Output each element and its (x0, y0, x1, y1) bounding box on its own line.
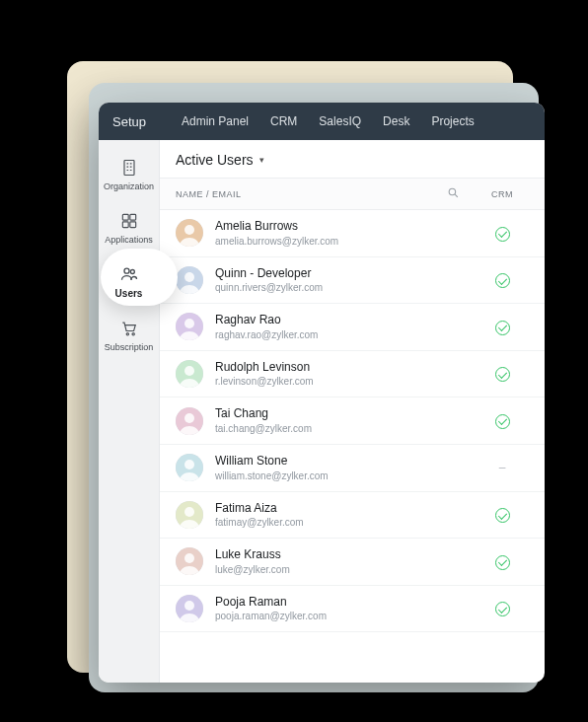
user-identity: Fatima Aizafatimay@zylker.com (215, 501, 476, 530)
sidebar-item-applications[interactable]: Applications (99, 201, 159, 254)
page-title-dropdown[interactable]: Active Users ▾ (160, 140, 545, 178)
user-row[interactable]: Tai Changtai.chang@zylker.com (160, 397, 545, 445)
avatar (176, 454, 203, 481)
user-identity: Luke Kraussluke@zylker.com (215, 547, 476, 576)
check-icon (495, 367, 510, 382)
svg-point-19 (184, 413, 194, 423)
user-row[interactable]: William Stonewilliam.stone@zylker.com– (160, 445, 545, 492)
svg-point-25 (184, 553, 194, 563)
user-row[interactable]: Raghav Raoraghav.rao@zylker.com (160, 304, 545, 351)
avatar (176, 360, 203, 388)
sidebar-item-label: Subscription (105, 343, 154, 352)
user-row[interactable]: Rudolph Levinsonr.levinson@zylker.com (160, 351, 545, 398)
user-email: pooja.raman@zylker.com (215, 610, 476, 622)
user-email: raghav.rao@zylker.com (215, 328, 476, 341)
check-icon (495, 508, 510, 523)
user-row[interactable]: Fatima Aizafatimay@zylker.com (160, 492, 545, 540)
nav-crm[interactable]: CRM (270, 114, 297, 128)
user-identity: Quinn - Developerquinn.rivers@zylker.com (215, 266, 476, 295)
user-name: Raghav Rao (215, 313, 476, 328)
sidebar-item-subscription[interactable]: Subscription (99, 309, 159, 362)
app-title: Setup (112, 114, 146, 129)
user-name: Pooja Raman (215, 595, 476, 611)
check-icon (495, 227, 510, 242)
user-email: amelia.burrows@zylker.com (215, 235, 476, 248)
column-header-name-email: NAME / EMAIL (176, 189, 242, 199)
sidebar-item-label: Organization (104, 182, 154, 191)
user-name: Rudolph Levinson (215, 360, 476, 376)
crm-status (476, 553, 529, 570)
user-name: Amelia Burrows (215, 219, 476, 235)
user-name: Tai Chang (215, 406, 476, 422)
user-row[interactable]: Pooja Ramanpooja.raman@zylker.com (160, 586, 545, 633)
nav-salesiq[interactable]: SalesIQ (319, 114, 361, 128)
page-title-text: Active Users (176, 152, 254, 168)
search-icon[interactable] (447, 186, 460, 201)
user-list: Amelia Burrowsamelia.burrows@zylker.comQ… (160, 210, 545, 683)
user-identity: William Stonewilliam.stone@zylker.com (215, 454, 476, 482)
svg-point-27 (184, 601, 194, 611)
user-identity: Rudolph Levinsonr.levinson@zylker.com (215, 360, 476, 389)
user-row[interactable]: Quinn - Developerquinn.rivers@zylker.com (160, 257, 545, 305)
svg-rect-1 (122, 214, 128, 220)
sidebar: Organization Applications Users (99, 140, 160, 683)
check-icon (495, 273, 510, 288)
table-header: NAME / EMAIL CRM (160, 178, 545, 210)
avatar (176, 547, 203, 575)
user-name: William Stone (215, 454, 476, 469)
crm-status (476, 272, 529, 289)
sidebar-item-label: Users (115, 289, 143, 299)
user-identity: Amelia Burrowsamelia.burrows@zylker.com (215, 219, 476, 248)
svg-point-23 (184, 507, 194, 517)
crm-status (476, 366, 529, 383)
avatar (176, 407, 203, 435)
user-identity: Raghav Raoraghav.rao@zylker.com (215, 313, 476, 341)
check-icon (495, 555, 510, 570)
user-name: Fatima Aiza (215, 501, 476, 517)
svg-rect-4 (129, 222, 135, 228)
avatar (176, 501, 203, 529)
column-header-crm: CRM (476, 189, 529, 199)
user-email: quinn.rivers@zylker.com (215, 281, 476, 294)
svg-point-9 (449, 188, 456, 195)
check-icon (495, 321, 510, 335)
apps-icon (118, 210, 140, 232)
avatar (176, 595, 203, 622)
user-identity: Tai Changtai.chang@zylker.com (215, 406, 476, 435)
avatar (176, 313, 203, 340)
user-email: tai.chang@zylker.com (215, 422, 476, 435)
svg-point-7 (126, 333, 128, 335)
sidebar-item-users[interactable]: Users (99, 254, 159, 309)
avatar (176, 266, 203, 294)
svg-point-17 (184, 366, 194, 376)
check-icon (495, 602, 510, 616)
check-icon (495, 414, 510, 429)
nav-projects[interactable]: Projects (431, 114, 474, 128)
svg-rect-3 (122, 222, 128, 228)
user-email: r.levinson@zylker.com (215, 375, 476, 388)
user-name: Quinn - Developer (215, 266, 476, 282)
main-panel: Active Users ▾ NAME / EMAIL CRM Amelia B… (160, 140, 545, 683)
svg-point-8 (132, 333, 134, 335)
users-icon (118, 263, 140, 285)
user-name: Luke Krauss (215, 547, 476, 563)
svg-point-6 (130, 270, 134, 274)
user-email: fatimay@zylker.com (215, 516, 476, 529)
svg-point-21 (184, 460, 194, 469)
user-row[interactable]: Amelia Burrowsamelia.burrows@zylker.com (160, 210, 545, 257)
crm-status (476, 225, 529, 242)
nav-admin-panel[interactable]: Admin Panel (182, 114, 249, 128)
building-icon (118, 157, 140, 179)
app-window: Setup Admin Panel CRM SalesIQ Desk Proje… (99, 103, 545, 683)
crm-status (476, 601, 529, 617)
user-row[interactable]: Luke Kraussluke@zylker.com (160, 539, 545, 586)
svg-point-11 (184, 225, 194, 235)
svg-point-5 (124, 268, 129, 273)
sidebar-item-label: Applications (105, 236, 153, 245)
crm-status (476, 507, 529, 524)
crm-status (476, 319, 529, 335)
sidebar-item-organization[interactable]: Organization (99, 148, 159, 201)
svg-point-15 (184, 319, 194, 328)
svg-point-13 (184, 272, 194, 282)
nav-desk[interactable]: Desk (383, 114, 409, 128)
